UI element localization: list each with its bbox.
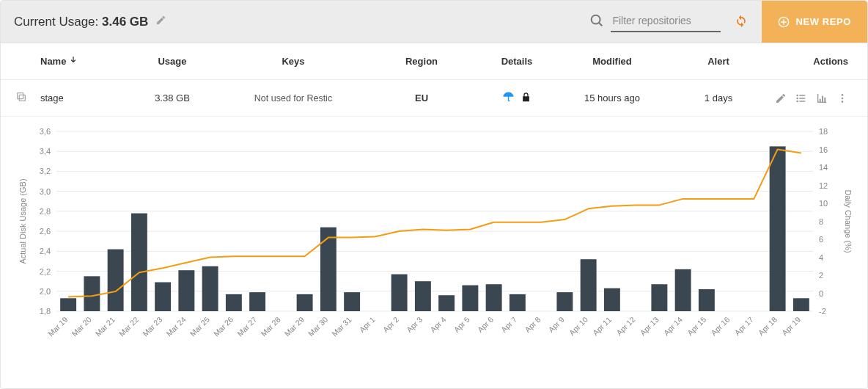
svg-rect-52 xyxy=(226,294,242,311)
svg-point-8 xyxy=(797,95,798,95)
table-row: stage 3.38 GB Not used for Restic EU 15 … xyxy=(1,80,867,117)
col-header-details[interactable]: Details xyxy=(473,56,561,67)
svg-text:Apr 12: Apr 12 xyxy=(614,315,636,337)
cell-usage: 3.38 GB xyxy=(128,92,216,103)
cell-details xyxy=(473,91,561,106)
svg-rect-61 xyxy=(486,284,502,311)
svg-text:Apr 4: Apr 4 xyxy=(428,315,447,334)
svg-text:18: 18 xyxy=(819,127,828,136)
svg-text:10: 10 xyxy=(819,199,828,208)
svg-text:Apr 14: Apr 14 xyxy=(662,315,684,337)
search-icon[interactable] xyxy=(589,12,605,31)
svg-rect-65 xyxy=(604,288,620,311)
copy-icon[interactable] xyxy=(15,91,27,103)
svg-text:Mar 26: Mar 26 xyxy=(212,315,235,338)
svg-text:Apr 3: Apr 3 xyxy=(405,315,424,334)
svg-rect-70 xyxy=(793,298,809,311)
svg-point-13 xyxy=(842,101,844,103)
edit-icon[interactable] xyxy=(775,92,787,104)
svg-text:Apr 2: Apr 2 xyxy=(381,315,400,334)
lock-icon xyxy=(521,92,532,105)
svg-rect-45 xyxy=(60,298,76,311)
svg-text:-2: -2 xyxy=(819,307,826,316)
svg-point-10 xyxy=(797,101,798,101)
svg-text:1,8: 1,8 xyxy=(40,307,51,316)
svg-text:3,4: 3,4 xyxy=(40,147,51,156)
pencil-icon[interactable] xyxy=(155,15,166,29)
svg-rect-58 xyxy=(415,281,431,311)
cell-alert: 1 days xyxy=(663,92,773,103)
svg-text:Mar 23: Mar 23 xyxy=(141,315,164,338)
title-prefix: Current Usage: xyxy=(14,15,102,29)
chart-svg: 1,82,02,22,42,62,83,03,23,43,6-202468101… xyxy=(14,124,856,355)
svg-rect-59 xyxy=(438,295,455,311)
cell-region: EU xyxy=(370,92,473,103)
svg-rect-46 xyxy=(84,276,100,311)
svg-text:Apr 1: Apr 1 xyxy=(358,315,377,334)
svg-text:Apr 13: Apr 13 xyxy=(638,315,660,337)
svg-text:Apr 15: Apr 15 xyxy=(685,315,707,337)
svg-text:12: 12 xyxy=(819,181,828,190)
svg-rect-56 xyxy=(344,292,360,311)
svg-rect-4 xyxy=(18,93,23,99)
col-header-region[interactable]: Region xyxy=(370,56,473,67)
col-header-usage[interactable]: Usage xyxy=(128,56,216,67)
cell-name[interactable]: stage xyxy=(40,92,128,103)
svg-point-0 xyxy=(592,15,600,24)
col-header-modified[interactable]: Modified xyxy=(561,56,663,67)
svg-rect-64 xyxy=(581,259,597,311)
chart-icon[interactable] xyxy=(816,92,828,104)
page-title: Current Usage: 3.46 GB xyxy=(14,15,166,29)
header-right: NEW REPO xyxy=(589,1,867,43)
svg-text:Mar 21: Mar 21 xyxy=(93,315,117,338)
new-repo-button[interactable]: NEW REPO xyxy=(762,1,867,43)
col-header-name[interactable]: Name xyxy=(40,55,128,68)
svg-text:2,0: 2,0 xyxy=(40,287,51,296)
svg-text:Apr 7: Apr 7 xyxy=(499,315,518,334)
svg-rect-54 xyxy=(297,294,313,311)
svg-text:14: 14 xyxy=(819,163,828,172)
svg-text:Apr 17: Apr 17 xyxy=(732,315,754,337)
svg-text:Actual Disk Usage (GB): Actual Disk Usage (GB) xyxy=(18,178,27,263)
svg-text:2,8: 2,8 xyxy=(40,207,51,216)
svg-rect-49 xyxy=(155,283,171,311)
svg-text:Mar 29: Mar 29 xyxy=(282,315,306,338)
col-header-alert[interactable]: Alert xyxy=(663,56,773,67)
refresh-icon[interactable] xyxy=(731,13,751,30)
col-header-actions: Actions xyxy=(773,56,853,67)
svg-text:Apr 19: Apr 19 xyxy=(780,315,802,337)
svg-text:Mar 31: Mar 31 xyxy=(330,315,353,338)
svg-rect-60 xyxy=(462,286,478,311)
svg-text:Mar 27: Mar 27 xyxy=(235,315,259,338)
svg-text:4: 4 xyxy=(819,253,823,262)
list-icon[interactable] xyxy=(795,92,807,104)
svg-text:16: 16 xyxy=(819,145,828,154)
svg-point-12 xyxy=(842,97,844,99)
svg-rect-53 xyxy=(249,292,265,311)
svg-rect-69 xyxy=(770,146,786,311)
usage-chart: 1,82,02,22,42,62,83,03,23,43,6-202468101… xyxy=(1,117,867,367)
svg-text:3,0: 3,0 xyxy=(40,187,51,196)
search-input[interactable] xyxy=(611,12,721,32)
svg-text:3,2: 3,2 xyxy=(40,167,51,175)
table-header: Name Usage Keys Region Details Modified … xyxy=(1,43,867,80)
search-box xyxy=(589,12,721,32)
more-icon[interactable] xyxy=(836,92,848,104)
col-header-keys[interactable]: Keys xyxy=(216,56,370,67)
page-container: Current Usage: 3.46 GB NEW REPO xyxy=(0,0,868,389)
svg-rect-51 xyxy=(202,266,218,311)
svg-text:Daily Change (%): Daily Change (%) xyxy=(844,189,853,252)
svg-text:Mar 25: Mar 25 xyxy=(188,315,211,338)
svg-line-1 xyxy=(599,23,602,26)
svg-text:Mar 30: Mar 30 xyxy=(306,315,330,338)
svg-rect-55 xyxy=(320,228,336,311)
umbrella-icon xyxy=(502,91,515,106)
svg-rect-50 xyxy=(178,270,194,311)
svg-text:2: 2 xyxy=(819,271,823,280)
svg-text:Mar 20: Mar 20 xyxy=(70,315,93,338)
svg-text:Mar 24: Mar 24 xyxy=(164,315,188,338)
svg-rect-67 xyxy=(675,269,691,311)
plus-circle-icon xyxy=(778,16,790,28)
svg-rect-48 xyxy=(131,214,147,311)
svg-rect-3 xyxy=(19,95,25,101)
